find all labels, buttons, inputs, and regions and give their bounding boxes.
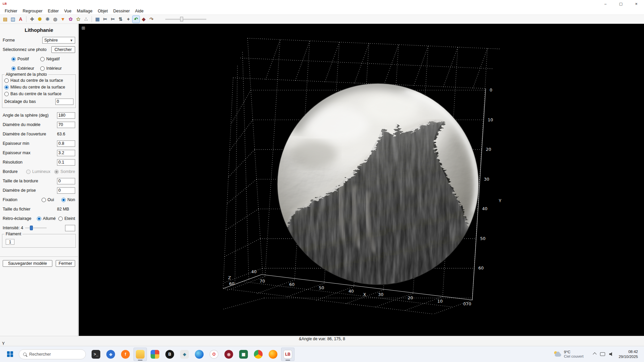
menu-objet[interactable]: Objet <box>95 8 111 14</box>
angle-sphere-input[interactable] <box>57 112 75 119</box>
radio-retro-allume[interactable] <box>37 217 41 221</box>
undo-icon[interactable]: ↶ <box>132 15 140 23</box>
text-tool-icon[interactable]: A <box>17 15 24 23</box>
speaker-icon[interactable] <box>609 352 614 356</box>
taskbar-app-lithobox[interactable]: LB <box>281 348 294 361</box>
forme-select[interactable]: Sphère ▼ <box>42 37 75 44</box>
grid-line <box>230 120 253 151</box>
taskbar-app-shield[interactable]: ◆ <box>104 348 117 361</box>
fermer-button[interactable]: Fermer <box>56 260 75 267</box>
taskbar-search[interactable]: Rechercher <box>19 349 86 359</box>
taskbar-app-maroon[interactable]: ◉ <box>222 348 235 361</box>
grid-line <box>227 179 257 204</box>
taille-bordure-input[interactable] <box>57 178 75 184</box>
radio-positif[interactable] <box>11 57 16 61</box>
taskbar-app-dev[interactable]: ◈ <box>178 348 191 361</box>
tray-chevron-icon[interactable] <box>593 352 597 356</box>
minimize-button[interactable]: – <box>598 0 613 7</box>
menu-vue[interactable]: Vue <box>61 8 74 14</box>
retro-allume-label: Allumé <box>43 216 56 221</box>
light-icon[interactable]: ✺ <box>36 15 44 23</box>
menu-maillage[interactable]: Maillage <box>74 8 95 14</box>
app-lithobox-icon: LB <box>283 350 292 359</box>
grid-icon[interactable]: ▦ <box>94 15 101 23</box>
intensity-slider-track <box>25 228 47 228</box>
search-icon <box>23 353 26 356</box>
cone-icon[interactable]: ▼ <box>59 15 67 23</box>
save-model-button[interactable]: Sauvegarder modèle <box>3 260 52 267</box>
menu-regrouper[interactable]: Regrouper <box>20 8 45 14</box>
scene-3d[interactable]: 010203040506007070605040302010XYZ4060 <box>79 24 644 336</box>
taskbar-app-b[interactable]: B <box>163 348 176 361</box>
status-angle-text: &Angle de vue: 86, 175, 8 <box>0 336 644 342</box>
resolution-input[interactable] <box>57 159 75 166</box>
maximize-button[interactable]: ▢ <box>613 0 629 7</box>
intensity-slider-thumb[interactable] <box>30 226 33 230</box>
toolbar-separator <box>26 16 26 22</box>
cut-x-icon[interactable]: ✂ <box>101 15 109 23</box>
radio-align-haut[interactable] <box>4 78 9 83</box>
save-icon[interactable]: ◫ <box>9 15 17 23</box>
taskbar-app-capture[interactable] <box>148 348 162 361</box>
radio-negatif[interactable] <box>40 57 45 61</box>
mesh-icon[interactable]: ❋ <box>44 15 51 23</box>
menu-fichier[interactable]: Fichier <box>2 8 20 14</box>
cut-y-icon[interactable]: ✂ <box>109 15 117 23</box>
taskbar-app-flame[interactable]: f <box>119 348 132 361</box>
open-file-icon[interactable]: ▤ <box>1 15 9 23</box>
radio-align-bas[interactable] <box>4 92 9 96</box>
taskbar-app-terminal[interactable]: >_ <box>89 348 103 361</box>
taskbar-app-edge[interactable] <box>193 348 206 361</box>
redo-icon[interactable]: ↷ <box>148 15 155 23</box>
touch-keyboard-icon[interactable] <box>600 352 605 356</box>
radio-exterieur[interactable] <box>11 66 16 71</box>
taskbar-app-firefox[interactable] <box>266 348 280 361</box>
toolbar-slider-track <box>165 19 206 20</box>
sort-z-icon[interactable]: ⇅ <box>117 15 124 23</box>
diametre-prise-input[interactable] <box>57 187 75 194</box>
menu-editer[interactable]: Editer <box>45 8 62 14</box>
app-excel-icon: ▦ <box>239 350 248 359</box>
radio-align-milieu[interactable] <box>4 85 9 89</box>
taskbar-app-chrome[interactable] <box>252 348 265 361</box>
taskbar-weather[interactable]: 9°C Ciel couvert <box>552 349 585 359</box>
radio-retro-eteint[interactable] <box>58 217 63 221</box>
start-button[interactable] <box>3 348 17 361</box>
radio-fixation-non[interactable] <box>61 198 66 202</box>
points-icon[interactable]: ∴ <box>82 15 90 23</box>
taskbar-app-opera[interactable]: O <box>207 348 221 361</box>
x-tick: 20 <box>408 295 413 300</box>
palette-icon[interactable]: ✿ <box>67 15 74 23</box>
close-button[interactable]: × <box>629 0 644 7</box>
toolbar-slider-thumb[interactable] <box>180 17 183 21</box>
menu-dessiner[interactable]: Dessiner <box>110 8 132 14</box>
filament-cell[interactable]: 1 <box>6 239 14 245</box>
epaisseur-min-label: Epaisseur min <box>3 141 57 146</box>
diametre-modele-input[interactable] <box>57 122 75 128</box>
sphere-icon[interactable]: ◍ <box>51 15 59 23</box>
decalage-input[interactable] <box>55 99 73 105</box>
weather-desc: Ciel couvert <box>564 354 583 359</box>
intensity-value-box[interactable] <box>65 225 75 231</box>
intensity-slider[interactable] <box>25 225 47 231</box>
decalage-label: Décalage du bas <box>4 99 55 104</box>
axes-icon[interactable]: ✚ <box>28 15 36 23</box>
epaisseur-max-input[interactable] <box>57 150 75 156</box>
taskbar-app-excel[interactable]: ▦ <box>237 348 250 361</box>
taskbar-clock[interactable]: 08:42 29/10/2025 <box>619 349 638 359</box>
move-icon[interactable]: + <box>124 15 132 23</box>
chercher-button[interactable]: Chercher <box>51 46 75 53</box>
toolbar-slider[interactable] <box>165 16 206 22</box>
viewport-3d[interactable]: ⊞ <box>79 24 644 336</box>
menu-aide[interactable]: Aide <box>132 8 146 14</box>
radio-bordure-lumineux <box>26 170 31 174</box>
app-explorer-icon <box>136 350 145 359</box>
star-icon[interactable]: ✩ <box>74 15 82 23</box>
toolbar: ▤◫A✚✺❋◍▼✿✩∴▦✂✂⇅+↶◆↷ <box>0 14 644 24</box>
epaisseur-min-input[interactable] <box>57 140 75 147</box>
radio-interieur[interactable] <box>40 66 45 71</box>
taskbar-app-explorer[interactable] <box>133 348 147 361</box>
filament-groupbox: Filament 1 <box>2 234 76 248</box>
tool-icon[interactable]: ◆ <box>140 15 148 23</box>
radio-fixation-oui[interactable] <box>42 198 46 202</box>
